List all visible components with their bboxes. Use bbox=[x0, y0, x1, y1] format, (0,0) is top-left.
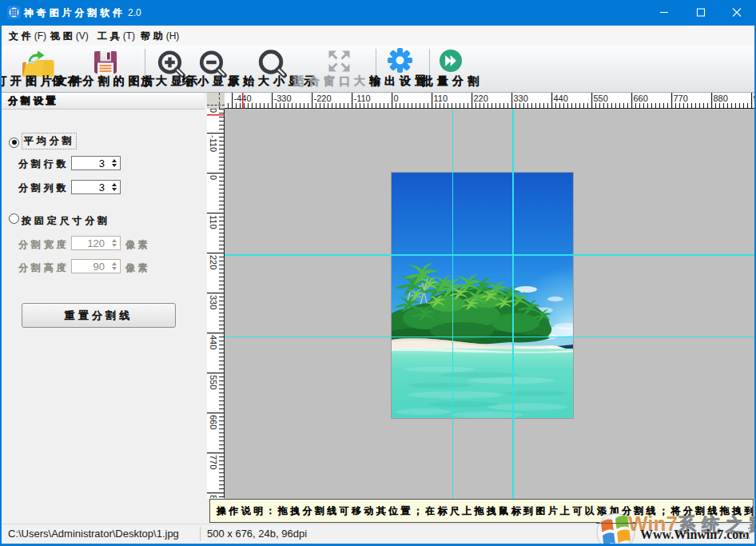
svg-text:660: 660 bbox=[209, 415, 218, 429]
svg-text:-110: -110 bbox=[209, 135, 218, 152]
svg-text:440: 440 bbox=[209, 335, 218, 349]
svg-text:0: 0 bbox=[394, 94, 399, 103]
svg-text:770: 770 bbox=[209, 455, 218, 469]
svg-text:110: 110 bbox=[434, 94, 448, 103]
svg-text:880: 880 bbox=[209, 495, 218, 498]
svg-text:-330: -330 bbox=[274, 94, 292, 103]
svg-text:880: 880 bbox=[714, 94, 728, 103]
svg-text:330: 330 bbox=[209, 295, 218, 309]
svg-text:550: 550 bbox=[594, 94, 608, 103]
svg-text:550: 550 bbox=[209, 375, 218, 389]
svg-text:110: 110 bbox=[209, 215, 218, 229]
svg-text:770: 770 bbox=[674, 94, 688, 103]
svg-text:220: 220 bbox=[474, 94, 488, 103]
svg-text:-110: -110 bbox=[354, 94, 371, 103]
svg-text:660: 660 bbox=[634, 94, 648, 103]
svg-text:-220: -220 bbox=[209, 109, 218, 113]
svg-text:-220: -220 bbox=[314, 94, 332, 103]
svg-text:440: 440 bbox=[554, 94, 568, 103]
svg-text:330: 330 bbox=[514, 94, 528, 103]
svg-text:0: 0 bbox=[209, 175, 218, 180]
svg-text:220: 220 bbox=[209, 255, 218, 269]
